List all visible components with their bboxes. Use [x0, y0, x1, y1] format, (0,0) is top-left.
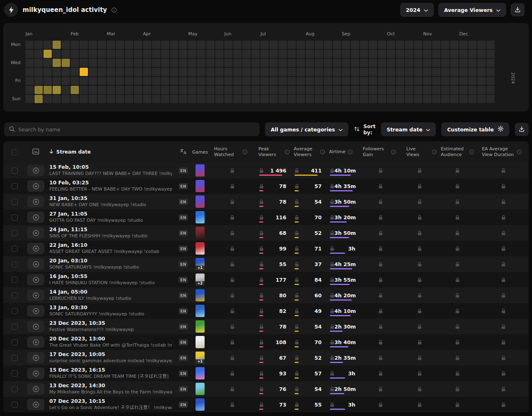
heatmap-cell[interactable] — [179, 50, 187, 58]
heatmap-cell[interactable] — [288, 77, 296, 85]
play-button[interactable] — [27, 399, 44, 410]
games-filter-dropdown[interactable]: All games / categories — [265, 122, 348, 136]
heatmap-cell[interactable] — [197, 86, 205, 94]
play-button[interactable] — [27, 165, 44, 176]
heatmap-cell[interactable] — [468, 41, 477, 49]
heatmap-cell[interactable] — [251, 50, 260, 58]
heatmap-cell[interactable] — [25, 86, 34, 94]
heatmap-cell[interactable] — [378, 95, 386, 103]
heatmap-cell[interactable] — [143, 50, 151, 58]
stream-title[interactable]: GOTTA GO FAST DAY !milkywayep !studio — [49, 218, 143, 223]
heatmap-cell[interactable] — [378, 50, 386, 58]
heatmap-cell[interactable] — [297, 68, 305, 76]
heatmap-cell[interactable] — [242, 50, 251, 58]
heatmap-cell[interactable] — [432, 86, 440, 94]
heatmap-cell[interactable] — [342, 68, 350, 76]
heatmap-cell[interactable] — [369, 86, 377, 94]
heatmap-cell[interactable] — [360, 95, 368, 103]
info-icon[interactable] — [391, 149, 396, 154]
heatmap-cell[interactable] — [324, 95, 332, 103]
heatmap-cell[interactable] — [306, 68, 314, 76]
heatmap-cell[interactable] — [107, 95, 115, 103]
stream-title[interactable]: NEW BABE+ DAY ONE !milkywayep !studio — [49, 202, 146, 208]
game-thumbnail[interactable] — [196, 383, 205, 395]
heatmap-cell[interactable] — [441, 50, 449, 58]
heatmap-cell[interactable] — [324, 68, 332, 76]
heatmap-cell[interactable] — [351, 50, 359, 58]
heatmap-cell[interactable] — [89, 77, 97, 85]
heatmap-cell[interactable] — [333, 50, 341, 58]
heatmap-cell[interactable] — [351, 59, 359, 67]
heatmap-cell[interactable] — [152, 86, 160, 94]
stream-title[interactable]: The Great Vtuber Bake Off with @ToriThai… — [49, 342, 172, 348]
heatmap-cell[interactable] — [242, 77, 251, 85]
heatmap-cell[interactable] — [215, 77, 223, 85]
play-button[interactable] — [27, 274, 44, 285]
heatmap-cell[interactable] — [80, 50, 88, 58]
heatmap-cell[interactable] — [269, 95, 278, 103]
heatmap-cell[interactable] — [324, 86, 332, 94]
heatmap-cell[interactable] — [260, 86, 269, 94]
heatmap-export-button[interactable] — [511, 3, 525, 16]
heatmap-cell[interactable] — [396, 50, 404, 58]
heatmap-cell[interactable] — [324, 77, 332, 85]
heatmap-cell[interactable] — [242, 86, 251, 94]
heatmap-cell[interactable] — [161, 77, 169, 85]
heatmap-cell[interactable] — [233, 77, 242, 85]
row-checkbox[interactable] — [12, 214, 18, 221]
play-button[interactable] — [27, 321, 44, 332]
heatmap-cell[interactable] — [432, 50, 440, 58]
heatmap-cell[interactable] — [288, 41, 296, 49]
heatmap-cell[interactable] — [251, 41, 260, 49]
heatmap-cell[interactable] — [116, 68, 124, 76]
heatmap-cell[interactable] — [35, 95, 43, 103]
heatmap-cell[interactable] — [161, 95, 169, 103]
heatmap-cell[interactable] — [215, 50, 223, 58]
heatmap-cell[interactable] — [378, 86, 386, 94]
game-thumbnail[interactable] — [196, 242, 205, 255]
heatmap-cell[interactable] — [125, 59, 133, 67]
stream-title[interactable]: LAST TRAINING DAY??? NEW BABE+ DAY THREE… — [49, 171, 172, 177]
heatmap-cell[interactable] — [35, 68, 43, 76]
heatmap-cell[interactable] — [143, 59, 151, 67]
heatmap-cell[interactable] — [116, 77, 124, 85]
column-hours-watched[interactable]: Hours Watched — [210, 146, 254, 158]
info-icon[interactable] — [517, 149, 522, 154]
heatmap-cell[interactable] — [206, 86, 214, 94]
heatmap-cell[interactable] — [179, 95, 187, 103]
heatmap-cell[interactable] — [44, 41, 52, 49]
heatmap-cell[interactable] — [468, 68, 477, 76]
heatmap-cell[interactable] — [116, 59, 124, 67]
heatmap-cell[interactable] — [107, 59, 115, 67]
heatmap-cell[interactable] — [360, 86, 368, 94]
heatmap-cell[interactable] — [360, 59, 368, 67]
heatmap-cell[interactable] — [143, 41, 151, 49]
heatmap-cell[interactable] — [297, 41, 305, 49]
heatmap-cell[interactable] — [215, 86, 223, 94]
info-icon[interactable] — [320, 149, 325, 154]
heatmap-cell[interactable] — [224, 68, 233, 76]
heatmap-cell[interactable] — [450, 95, 458, 103]
heatmap-cell[interactable] — [315, 86, 323, 94]
row-checkbox[interactable] — [12, 246, 18, 252]
heatmap-cell[interactable] — [53, 50, 61, 58]
heatmap-cell[interactable] — [360, 41, 368, 49]
heatmap-cell[interactable] — [179, 41, 187, 49]
heatmap-cell[interactable] — [450, 77, 458, 85]
heatmap-cell[interactable] — [134, 77, 142, 85]
heatmap-cell[interactable] — [224, 86, 233, 94]
heatmap-cell[interactable] — [369, 50, 377, 58]
heatmap-cell[interactable] — [260, 41, 269, 49]
heatmap-cell[interactable] — [161, 59, 169, 67]
play-button[interactable] — [27, 368, 44, 379]
heatmap-cell[interactable] — [342, 95, 350, 103]
heatmap-cell[interactable] — [324, 41, 332, 49]
stream-title[interactable]: ASSET GREAT GREAT ASSET !milkywayep !col… — [49, 249, 159, 255]
column-estimated-audience[interactable]: Estimated Audience — [437, 146, 478, 158]
heatmap-cell[interactable] — [35, 59, 43, 67]
heatmap-cell[interactable] — [35, 41, 43, 49]
heatmap-cell[interactable] — [414, 50, 422, 58]
heatmap-cell[interactable] — [279, 77, 287, 85]
heatmap-cell[interactable] — [53, 59, 61, 67]
heatmap-cell[interactable] — [143, 86, 151, 94]
